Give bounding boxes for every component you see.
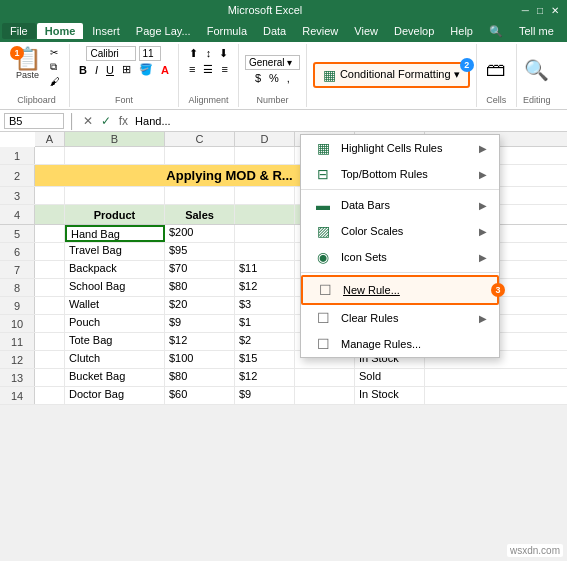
cell-e13[interactable] [295, 369, 355, 386]
cell-a5[interactable] [35, 225, 65, 242]
close-icon[interactable]: ✕ [551, 5, 559, 16]
cell-d7[interactable]: $11 [235, 261, 295, 278]
font-name-selector[interactable]: Calibri [86, 46, 136, 61]
cell-c6[interactable]: $95 [165, 243, 235, 260]
format-painter-button[interactable]: 🖌 [47, 75, 63, 88]
font-size-selector[interactable]: 11 [139, 46, 161, 61]
dropdown-item-iconsets[interactable]: ◉ Icon Sets ▶ [301, 244, 499, 270]
cell-c11[interactable]: $12 [165, 333, 235, 350]
menu-item-help[interactable]: Help [442, 23, 481, 39]
cell-b1[interactable] [65, 147, 165, 164]
comma-button[interactable]: , [284, 71, 293, 85]
dropdown-item-newrule[interactable]: ☐ New Rule... 3 [301, 275, 499, 305]
cell-a7[interactable] [35, 261, 65, 278]
cell-d6[interactable] [235, 243, 295, 260]
cell-a6[interactable] [35, 243, 65, 260]
italic-button[interactable]: I [92, 63, 101, 77]
cell-d11[interactable]: $2 [235, 333, 295, 350]
col-header-d[interactable]: D [235, 132, 295, 146]
font-color-button[interactable]: A [158, 63, 172, 77]
formula-input[interactable] [134, 114, 563, 128]
cell-d3[interactable] [235, 187, 295, 204]
copy-button[interactable]: ⧉ [47, 60, 63, 74]
dropdown-item-colorscales[interactable]: ▨ Color Scales ▶ [301, 218, 499, 244]
dropdown-item-topbottom[interactable]: ⊟ Top/Bottom Rules ▶ [301, 161, 499, 187]
menu-item-insert[interactable]: Insert [84, 23, 128, 39]
align-bottom-button[interactable]: ⬇ [216, 46, 231, 61]
menu-item-develop[interactable]: Develop [386, 23, 442, 39]
fill-color-button[interactable]: 🪣 [136, 62, 156, 77]
cell-b7[interactable]: Backpack [65, 261, 165, 278]
maximize-icon[interactable]: □ [537, 5, 543, 16]
cancel-formula-icon[interactable]: ✕ [81, 114, 95, 128]
cell-b8[interactable]: School Bag [65, 279, 165, 296]
cell-d1[interactable] [235, 147, 295, 164]
cut-button[interactable]: ✂ [47, 46, 63, 59]
cell-d13[interactable]: $12 [235, 369, 295, 386]
cell-c5[interactable]: $200 [165, 225, 235, 242]
dropdown-item-databars[interactable]: ▬ Data Bars ▶ [301, 192, 499, 218]
cell-d8[interactable]: $12 [235, 279, 295, 296]
cell-f14[interactable]: In Stock [355, 387, 425, 404]
cell-a9[interactable] [35, 297, 65, 314]
menu-item-file[interactable]: File [2, 23, 36, 39]
cell-d5[interactable] [235, 225, 295, 242]
menu-item-tellme[interactable]: Tell me [511, 23, 562, 39]
menu-item-search-icon[interactable]: 🔍 [481, 23, 511, 40]
currency-button[interactable]: $ [252, 71, 264, 85]
cell-c10[interactable]: $9 [165, 315, 235, 332]
col-header-b[interactable]: B [65, 132, 165, 146]
cell-d4[interactable] [235, 205, 295, 224]
cell-b9[interactable]: Wallet [65, 297, 165, 314]
underline-button[interactable]: U [103, 63, 117, 77]
percent-button[interactable]: % [266, 71, 282, 85]
cell-b11[interactable]: Tote Bag [65, 333, 165, 350]
cell-c1[interactable] [165, 147, 235, 164]
cell-a3[interactable] [35, 187, 65, 204]
menu-item-pagelayout[interactable]: Page Lay... [128, 23, 199, 39]
function-icon[interactable]: fx [117, 114, 130, 128]
cell-a14[interactable] [35, 387, 65, 404]
cell-d9[interactable]: $3 [235, 297, 295, 314]
cell-f13[interactable]: Sold [355, 369, 425, 386]
align-center-button[interactable]: ☰ [200, 62, 216, 77]
bold-button[interactable]: B [76, 63, 90, 77]
dropdown-item-highlight[interactable]: ▦ Highlight Cells Rules ▶ [301, 135, 499, 161]
paste-button[interactable]: 📋 Paste 1 [10, 46, 45, 82]
cell-d14[interactable]: $9 [235, 387, 295, 404]
number-format-selector[interactable]: General ▾ [245, 55, 300, 70]
cell-c13[interactable]: $80 [165, 369, 235, 386]
cell-a13[interactable] [35, 369, 65, 386]
cell-b4-product[interactable]: Product [65, 205, 165, 224]
col-header-a[interactable]: A [35, 132, 65, 146]
cell-b12[interactable]: Clutch [65, 351, 165, 368]
align-right-button[interactable]: ≡ [218, 62, 230, 77]
cell-c12[interactable]: $100 [165, 351, 235, 368]
cell-a1[interactable] [35, 147, 65, 164]
cell-b3[interactable] [65, 187, 165, 204]
cell-b14[interactable]: Doctor Bag [65, 387, 165, 404]
cell-b5[interactable]: Hand Bag [65, 225, 165, 242]
cell-c7[interactable]: $70 [165, 261, 235, 278]
cell-c9[interactable]: $20 [165, 297, 235, 314]
cell-c14[interactable]: $60 [165, 387, 235, 404]
cell-c4-sales[interactable]: Sales [165, 205, 235, 224]
menu-item-data[interactable]: Data [255, 23, 294, 39]
name-box[interactable] [4, 113, 64, 129]
cell-b13[interactable]: Bucket Bag [65, 369, 165, 386]
align-middle-button[interactable]: ↕ [203, 46, 215, 61]
cell-c8[interactable]: $80 [165, 279, 235, 296]
minimize-icon[interactable]: ─ [522, 5, 529, 16]
cell-c3[interactable] [165, 187, 235, 204]
dropdown-item-clearrules[interactable]: ☐ Clear Rules ▶ [301, 305, 499, 331]
cell-d10[interactable]: $1 [235, 315, 295, 332]
cell-a11[interactable] [35, 333, 65, 350]
cell-a4[interactable] [35, 205, 65, 224]
cell-d12[interactable]: $15 [235, 351, 295, 368]
menu-item-view[interactable]: View [346, 23, 386, 39]
conditional-formatting-button[interactable]: ▦ Conditional Formatting ▾ 2 [313, 62, 470, 88]
align-top-button[interactable]: ⬆ [186, 46, 201, 61]
cell-a10[interactable] [35, 315, 65, 332]
cell-b10[interactable]: Pouch [65, 315, 165, 332]
cell-b6[interactable]: Travel Bag [65, 243, 165, 260]
